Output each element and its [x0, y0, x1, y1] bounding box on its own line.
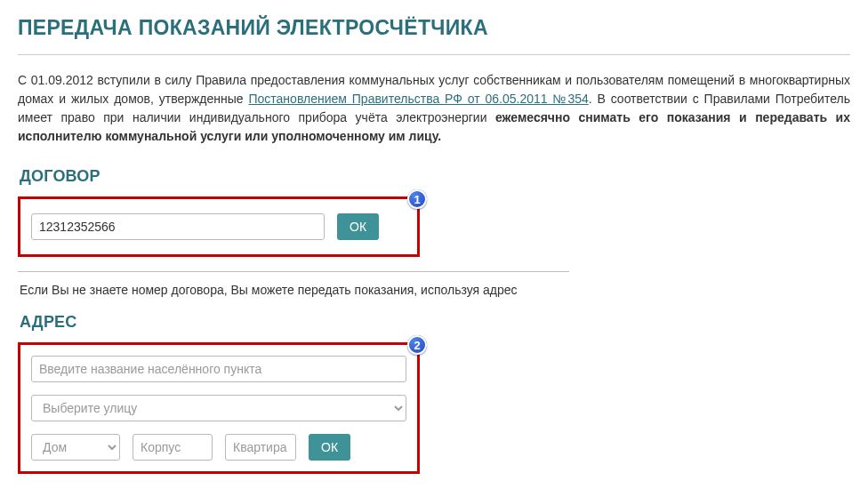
contract-ok-button[interactable]: ОК	[337, 213, 379, 240]
house-select[interactable]: Дом	[31, 434, 120, 461]
address-ok-button[interactable]: ОК	[309, 434, 350, 461]
page-title: ПЕРЕДАЧА ПОКАЗАНИЙ ЭЛЕКТРОСЧЁТЧИКА	[18, 16, 850, 40]
address-callout: 2 Выберите улицу Дом ОК	[18, 342, 420, 474]
callout-badge-1: 1	[407, 189, 427, 209]
divider	[18, 54, 850, 55]
contract-title: ДОГОВОР	[20, 167, 850, 186]
contract-callout: 1 ОК	[18, 196, 420, 257]
flat-input[interactable]	[225, 434, 296, 461]
contract-input[interactable]	[31, 213, 325, 240]
block-input[interactable]	[133, 434, 213, 461]
city-input[interactable]	[31, 356, 406, 382]
note-text: Если Вы не знаете номер договора, Вы мож…	[20, 283, 850, 297]
address-title: АДРЕС	[20, 313, 850, 332]
callout-badge-2: 2	[407, 335, 427, 355]
intro-paragraph: С 01.09.2012 вступили в силу Правила пре…	[18, 71, 850, 146]
divider-2	[18, 271, 569, 272]
intro-link[interactable]: Постановлением Правительства РФ от 06.05…	[248, 92, 588, 106]
street-select[interactable]: Выберите улицу	[31, 395, 406, 421]
